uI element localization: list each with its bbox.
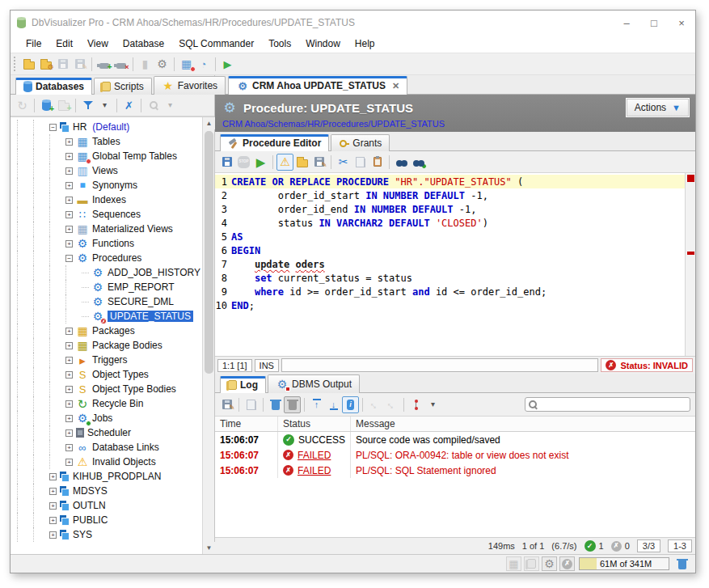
tree-item-triggers[interactable]: +▸Triggers <box>17 353 202 367</box>
scroll-to-bottom-button[interactable]: ↓ <box>325 396 342 413</box>
marker-dropdown[interactable]: ▾ <box>424 396 441 413</box>
expander-icon[interactable]: + <box>65 197 73 204</box>
execute-button[interactable]: ▶ <box>252 154 269 171</box>
tree-item-outln[interactable]: +OUTLN <box>17 498 202 513</box>
create-folder-button[interactable]: + <box>55 97 72 114</box>
tree-item-database-links[interactable]: +∞Database Links <box>17 440 202 455</box>
menu-tools[interactable]: Tools <box>261 36 298 51</box>
tree-item-invalid-objects[interactable]: +⚠Invalid Objects <box>17 455 202 469</box>
collapse-all-log-button[interactable]: ↔ <box>383 396 400 413</box>
filter-button[interactable] <box>79 97 96 114</box>
tree-item-materialized-views[interactable]: +▦Materialized Views <box>17 222 202 236</box>
log-indicator-button[interactable] <box>524 556 539 571</box>
error-marker-icon[interactable] <box>687 175 694 182</box>
tree-item-packages[interactable]: +▦Packages <box>17 324 202 338</box>
expander-icon[interactable]: + <box>65 211 73 218</box>
load-from-file-button[interactable] <box>293 154 310 171</box>
stop-processes-button[interactable]: ✗ <box>559 556 575 571</box>
table-row[interactable]: 15:06:07✗FAILEDPL/SQL: ORA-00942: table … <box>215 447 695 463</box>
expander-icon[interactable]: + <box>65 328 73 335</box>
tree-item-synonyms[interactable]: +■Synonyms <box>17 178 202 192</box>
find-replace-button[interactable] <box>410 154 427 171</box>
tab-favorites[interactable]: ★Favorites <box>154 76 226 95</box>
tree-item-indexes[interactable]: +▬Indexes <box>17 192 202 207</box>
cut-button[interactable]: ✂ <box>335 154 352 171</box>
scroll-to-top-button[interactable]: ↑ <box>308 396 325 413</box>
expander-icon[interactable]: + <box>65 371 73 379</box>
column-header-status[interactable]: Status <box>278 417 351 431</box>
run-gc-button[interactable] <box>673 556 690 573</box>
copy-button[interactable] <box>352 154 369 171</box>
tree-item-jobs[interactable]: +⚙Jobs <box>17 411 202 425</box>
copy-log-button[interactable] <box>243 396 260 413</box>
locate-dropdown[interactable]: ▾ <box>162 97 179 114</box>
code-area[interactable]: 1CREATE OR REPLACE PROCEDURE "HR"."UPDAT… <box>215 173 685 356</box>
tree-item-procedures[interactable]: −⚙Procedures <box>17 251 202 265</box>
sql-monitor-button[interactable]: ◔ <box>195 56 212 73</box>
column-header-time[interactable]: Time <box>215 417 278 431</box>
log-search-box[interactable] <box>525 397 690 412</box>
tab-procedure-editor[interactable]: Procedure Editor <box>220 134 329 151</box>
expander-icon[interactable]: + <box>65 342 73 349</box>
table-row[interactable]: 15:06:07✓SUCCESSSource code was compiled… <box>215 432 695 447</box>
driver-manager-button[interactable]: ▶ <box>219 56 236 73</box>
log-table[interactable]: TimeStatusMessage15:06:07✓SUCCESSSource … <box>215 417 695 537</box>
close-tab-icon[interactable]: ✕ <box>392 81 399 91</box>
expander-icon[interactable]: + <box>49 531 57 539</box>
open-file-button[interactable] <box>20 56 37 73</box>
scroll-thumb[interactable] <box>205 131 213 374</box>
table-data-monitor-button[interactable]: ▦ <box>178 56 195 73</box>
save-button[interactable] <box>54 56 71 73</box>
filter-dropdown[interactable]: ▾ <box>96 97 113 114</box>
tree-item-recycle-bin[interactable]: +↻Recycle Bin <box>17 396 202 411</box>
save-to-file-button[interactable]: ✎ <box>310 154 327 171</box>
expander-icon[interactable]: + <box>65 444 73 451</box>
paste-button[interactable] <box>369 154 386 171</box>
expander-icon[interactable]: + <box>65 459 73 466</box>
menu-edit[interactable]: Edit <box>49 36 80 51</box>
collapse-all-button[interactable]: ✗ <box>120 97 137 114</box>
tab-log[interactable]: Log <box>220 376 266 393</box>
refresh-button[interactable]: ↻ <box>14 97 31 114</box>
tree-item-update-status[interactable]: ⚙✗UPDATE_STATUS <box>17 309 202 324</box>
tree-item-tables[interactable]: +▦Tables <box>17 134 202 149</box>
connect-button[interactable]: + <box>95 56 112 73</box>
expander-icon[interactable]: + <box>65 138 73 146</box>
expander-icon[interactable]: + <box>65 400 73 408</box>
scroll-down-icon[interactable]: ▼ <box>203 542 215 554</box>
tab-crm-ahoa-update-status[interactable]: ⚙ CRM Ahoa UPDATE_STATUS ✕ <box>228 76 407 95</box>
menu-file[interactable]: File <box>19 36 49 51</box>
clear-all-log-button[interactable] <box>284 396 301 413</box>
menu-sql-commander[interactable]: SQL Commander <box>171 36 261 51</box>
actions-button[interactable]: Actions ▼ <box>627 99 689 116</box>
tree-item-object-type-bodies[interactable]: +SObject Type Bodies <box>17 382 202 396</box>
tree-item-scheduler[interactable]: +Scheduler <box>17 425 202 440</box>
expander-icon[interactable]: − <box>65 255 73 262</box>
expander-icon[interactable]: + <box>65 226 73 233</box>
expander-icon[interactable]: + <box>65 153 73 160</box>
expander-icon[interactable]: − <box>49 124 57 131</box>
tab-dbms-output[interactable]: ⚙DBMS Output <box>268 374 360 393</box>
clear-log-button[interactable] <box>267 396 284 413</box>
expander-icon[interactable]: + <box>65 167 73 175</box>
expander-icon[interactable]: + <box>65 429 73 437</box>
expand-all-button[interactable]: ↔ <box>366 396 383 413</box>
menu-window[interactable]: Window <box>298 36 348 51</box>
minimize-button[interactable]: – <box>613 11 640 35</box>
log-settings-button[interactable]: ✎ <box>218 396 235 413</box>
tree-item-global-temp-tables[interactable]: +▦Global Temp Tables <box>17 149 202 163</box>
tree-scrollbar[interactable]: ▲ ▼ <box>202 117 214 554</box>
tree-item-secure-dml[interactable]: ⚙SECURE_DML <box>17 294 202 309</box>
show-errors-toggle[interactable]: ⚠ <box>276 154 293 171</box>
expander-icon[interactable]: + <box>49 473 57 480</box>
compile-save-button[interactable] <box>218 154 235 171</box>
expander-icon[interactable]: + <box>49 502 57 510</box>
tree-item-sys[interactable]: +SYS <box>17 527 202 542</box>
tree-item-object-types[interactable]: +SObject Types <box>17 367 202 382</box>
open-with-settings-button[interactable]: ⚙ <box>37 56 54 73</box>
tree-item-add-job-history[interactable]: ⚙ADD_JOB_HISTORY <box>17 265 202 280</box>
tab-scripts[interactable]: Scripts <box>94 78 152 95</box>
maximize-button[interactable]: □ <box>640 11 668 35</box>
expander-icon[interactable]: + <box>65 415 73 422</box>
save-as-button[interactable]: ✎ <box>71 56 88 73</box>
